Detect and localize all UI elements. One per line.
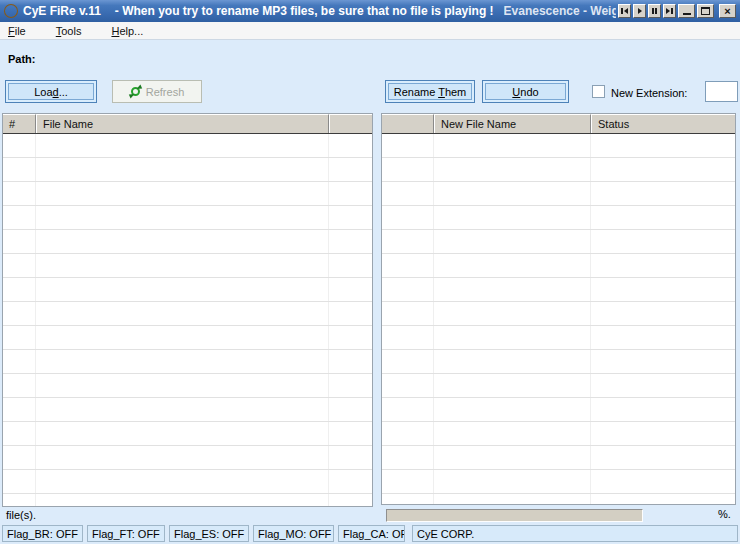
- file-list-row: [3, 254, 372, 278]
- rename-result-row: [382, 326, 735, 350]
- maximize-button[interactable]: [697, 4, 714, 18]
- file-list-row: [3, 326, 372, 350]
- rename-result-row: [382, 182, 735, 206]
- file-list-row: [3, 374, 372, 398]
- rename-result-body: [382, 134, 735, 505]
- refresh-button: Refresh: [112, 80, 202, 103]
- file-list-body: [3, 134, 372, 507]
- new-extension-checkbox[interactable]: [592, 85, 605, 98]
- menu-bar: File Tools Help...: [0, 22, 740, 40]
- title-bar: CyE FiRe v.11 - When you try to rename M…: [0, 0, 740, 22]
- rename-result-row: [382, 254, 735, 278]
- file-list-row: [3, 422, 372, 446]
- previous-track-button[interactable]: [618, 4, 631, 18]
- rename-result-header: New File Name Status: [382, 114, 735, 134]
- percent-label: %.: [718, 508, 731, 520]
- column-header-number[interactable]: #: [3, 114, 36, 133]
- play-button[interactable]: [633, 4, 646, 18]
- progress-bar: [386, 509, 643, 522]
- file-list-row: [3, 470, 372, 494]
- status-bar: Flag_BR: OFF Flag_FT: OFF Flag_ES: OFF F…: [0, 523, 740, 544]
- pause-icon: [652, 8, 654, 14]
- file-list-header: # File Name: [3, 114, 372, 134]
- minimize-button[interactable]: [678, 4, 695, 18]
- file-list-row: [3, 350, 372, 374]
- previous-track-icon: [621, 8, 623, 14]
- rename-result-row: [382, 230, 735, 254]
- load-button[interactable]: Load...: [5, 80, 97, 103]
- undo-button[interactable]: Undo: [482, 80, 569, 103]
- file-list-row: [3, 182, 372, 206]
- file-list-row: [3, 206, 372, 230]
- file-list-row: [3, 398, 372, 422]
- file-list-row: [3, 134, 372, 158]
- menu-help[interactable]: Help...: [105, 23, 149, 39]
- pause-button[interactable]: [648, 4, 661, 18]
- close-icon: ×: [724, 6, 730, 16]
- rename-them-button[interactable]: Rename Them: [385, 80, 475, 103]
- rename-result-row: [382, 206, 735, 230]
- rename-result-row: [382, 134, 735, 158]
- column-header-new-file-name[interactable]: New File Name: [434, 114, 591, 133]
- app-title: CyE FiRe v.11: [23, 4, 101, 18]
- maximize-icon: [701, 7, 710, 15]
- new-extension-label: New Extension:: [611, 87, 687, 99]
- rename-result-row: [382, 278, 735, 302]
- file-list-row: [3, 158, 372, 182]
- app-logo-icon: [4, 4, 18, 18]
- new-extension-input[interactable]: [705, 81, 738, 102]
- rename-result-row: [382, 494, 735, 505]
- rename-result-row: [382, 470, 735, 494]
- file-list-row: [3, 230, 372, 254]
- menu-tools[interactable]: Tools: [50, 23, 88, 39]
- rename-result-row: [382, 302, 735, 326]
- files-count-label: file(s).: [6, 509, 36, 521]
- file-list-row: [3, 494, 372, 507]
- app-window: CyE FiRe v.11 - When you try to rename M…: [0, 0, 740, 544]
- rename-result-row: [382, 446, 735, 470]
- status-panel-flag-mo: Flag_MO: OFF: [253, 525, 334, 542]
- minimize-icon: [683, 13, 691, 15]
- status-panel-flag-ft: Flag_FT: OFF: [87, 525, 165, 542]
- rename-result-table: New File Name Status: [381, 113, 736, 505]
- next-track-button[interactable]: [663, 4, 676, 18]
- status-panel-flag-ca: Flag_CA: OFF: [338, 525, 405, 542]
- refresh-icon: [130, 86, 141, 97]
- column-header-extra[interactable]: [329, 114, 372, 133]
- file-list-table: # File Name: [2, 113, 373, 507]
- file-list-row: [3, 278, 372, 302]
- file-list-row: [3, 302, 372, 326]
- title-message: - When you try to rename MP3 files, be s…: [115, 4, 494, 18]
- rename-result-row: [382, 398, 735, 422]
- close-button[interactable]: ×: [719, 4, 736, 18]
- column-header-file-name[interactable]: File Name: [36, 114, 329, 133]
- play-icon: [638, 8, 642, 14]
- rename-result-row: [382, 374, 735, 398]
- column-header-status[interactable]: Status: [591, 114, 735, 133]
- status-panel-flag-es: Flag_ES: OFF: [169, 525, 249, 542]
- status-panel-flag-br: Flag_BR: OFF: [2, 525, 83, 542]
- now-playing-title: Evanescence - Weight ...: [504, 4, 616, 18]
- next-track-icon: [666, 8, 670, 14]
- path-label: Path:: [8, 53, 36, 65]
- column-header-extra2[interactable]: [382, 114, 434, 133]
- rename-result-row: [382, 422, 735, 446]
- rename-result-row: [382, 350, 735, 374]
- status-panel-corp: CyE CORP.: [412, 525, 738, 542]
- menu-file[interactable]: File: [2, 23, 32, 39]
- rename-result-row: [382, 158, 735, 182]
- file-list-row: [3, 446, 372, 470]
